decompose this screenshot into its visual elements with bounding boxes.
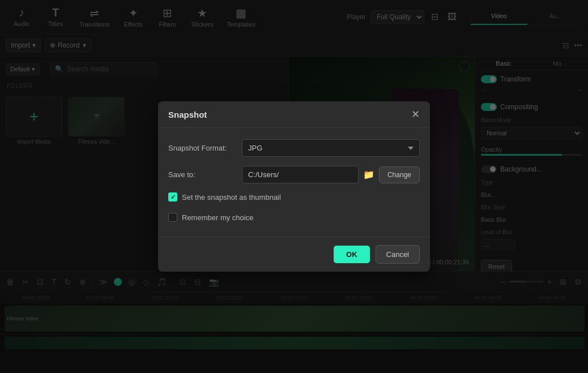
remember-checkbox[interactable] <box>168 213 177 222</box>
browse-folder-button[interactable]: 📁 <box>363 169 374 180</box>
snapshot-dialog: Snapshot ✕ Snapshot Format: JPGPNGBMP Sa… <box>158 101 430 272</box>
remember-label: Remember my choice <box>182 213 253 222</box>
ok-button[interactable]: OK <box>334 246 370 263</box>
save-path-input[interactable] <box>242 166 359 183</box>
remember-row: Remember my choice <box>168 213 420 222</box>
checkmark-icon: ✓ <box>171 194 176 201</box>
modal-title: Snapshot <box>168 110 207 119</box>
format-label: Snapshot Format: <box>168 144 242 152</box>
save-to-label: Save to: <box>168 170 242 179</box>
thumbnail-checkbox[interactable]: ✓ <box>168 192 177 201</box>
format-select[interactable]: JPGPNGBMP <box>242 139 420 157</box>
save-to-row: Save to: 📁 Change <box>168 166 420 183</box>
modal-header: Snapshot ✕ <box>158 101 430 128</box>
modal-body: Snapshot Format: JPGPNGBMP Save to: 📁 Ch… <box>158 128 430 237</box>
modal-footer: OK Cancel <box>158 237 430 272</box>
save-path-row: 📁 Change <box>242 166 420 183</box>
cancel-button[interactable]: Cancel <box>376 245 420 264</box>
format-row: Snapshot Format: JPGPNGBMP <box>168 139 420 157</box>
thumbnail-checkbox-row: ✓ Set the snapshot as thumbnail <box>168 192 420 201</box>
modal-overlay: Snapshot ✕ Snapshot Format: JPGPNGBMP Sa… <box>0 0 588 373</box>
change-path-button[interactable]: Change <box>379 166 420 183</box>
thumbnail-label: Set the snapshot as thumbnail <box>182 193 281 201</box>
modal-close-button[interactable]: ✕ <box>411 109 420 119</box>
